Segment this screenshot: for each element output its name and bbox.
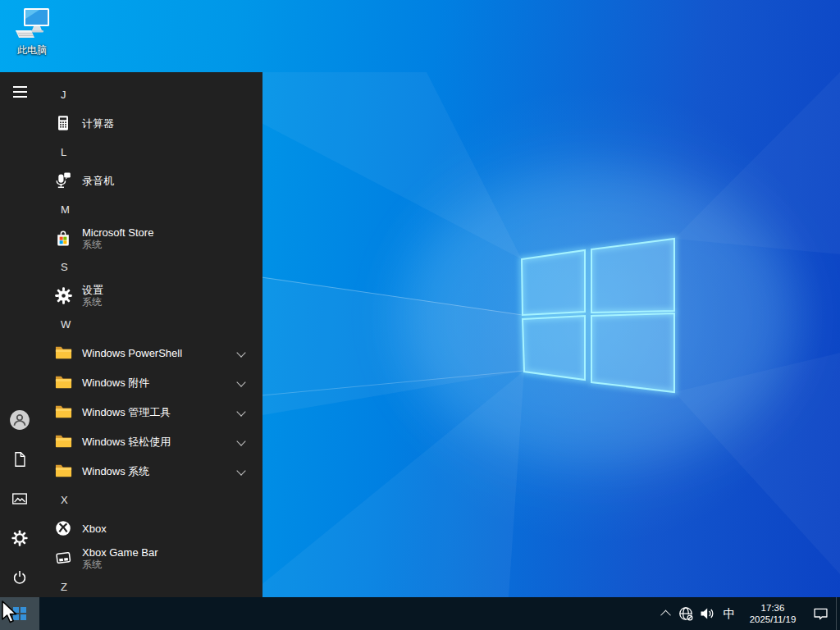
app-subtitle: 系统 bbox=[82, 296, 103, 308]
system-tray: 中 17:36 2025/11/19 bbox=[655, 597, 840, 630]
voice-recorder-icon bbox=[52, 170, 74, 191]
folder-item-windows-powershell[interactable]: Windows PowerShell bbox=[39, 338, 262, 368]
app-title: Windows 附件 bbox=[82, 377, 149, 389]
xbox-icon bbox=[52, 518, 74, 539]
section-header-x[interactable]: X bbox=[39, 486, 262, 514]
chevron-down-icon bbox=[236, 436, 245, 445]
clock-date: 2025/11/19 bbox=[750, 614, 797, 625]
section-header-l[interactable]: L bbox=[39, 138, 262, 166]
folder-icon bbox=[52, 460, 74, 482]
start-item-voice-recorder[interactable]: 录音机 bbox=[39, 166, 262, 195]
section-header-j[interactable]: J bbox=[39, 80, 262, 108]
documents-icon bbox=[11, 450, 29, 468]
app-title: Microsoft Store bbox=[82, 226, 153, 239]
show-desktop-button[interactable] bbox=[836, 597, 840, 630]
section-header-s[interactable]: S bbox=[39, 253, 262, 281]
settings-gear-icon bbox=[11, 529, 29, 547]
folder-icon bbox=[52, 342, 74, 363]
user-account-button[interactable] bbox=[0, 400, 39, 440]
start-button[interactable] bbox=[0, 597, 39, 630]
tray-show-hidden-icons-button[interactable] bbox=[655, 597, 675, 630]
chevron-down-icon bbox=[236, 348, 245, 357]
xbox-game-bar-icon bbox=[52, 547, 74, 568]
documents-button[interactable] bbox=[0, 440, 39, 479]
microsoft-store-icon bbox=[52, 227, 74, 249]
clock-time: 17:36 bbox=[761, 602, 785, 614]
folder-item-windows-accessories[interactable]: Windows 附件 bbox=[39, 368, 262, 397]
taskbar-clock[interactable]: 17:36 2025/11/19 bbox=[741, 597, 805, 630]
taskbar: 中 17:36 2025/11/19 bbox=[0, 597, 840, 630]
app-title: Windows PowerShell bbox=[82, 347, 182, 359]
app-title: 计算器 bbox=[82, 117, 114, 130]
start-item-microsoft-store[interactable]: Microsoft Store 系统 bbox=[39, 223, 262, 253]
this-pc-desktop-icon[interactable]: 此电脑 bbox=[7, 7, 57, 57]
app-title: Windows 系统 bbox=[82, 465, 149, 477]
network-status-button[interactable] bbox=[675, 597, 696, 630]
folder-item-windows-system[interactable]: Windows 系统 bbox=[39, 456, 262, 486]
volume-button[interactable] bbox=[696, 597, 718, 630]
folder-icon bbox=[52, 431, 74, 452]
settings-gear-icon bbox=[52, 285, 74, 306]
app-subtitle: 系统 bbox=[82, 559, 158, 570]
power-icon bbox=[11, 568, 29, 587]
pictures-icon bbox=[11, 490, 29, 508]
start-item-calculator[interactable]: 计算器 bbox=[39, 108, 262, 138]
folder-item-windows-admin-tools[interactable]: Windows 管理工具 bbox=[39, 397, 262, 427]
folder-icon bbox=[52, 401, 74, 422]
desktop-screen: 此电脑 bbox=[0, 0, 840, 630]
app-title: Xbox bbox=[82, 523, 107, 535]
hamburger-icon bbox=[13, 86, 27, 98]
app-subtitle: 系统 bbox=[82, 239, 153, 250]
start-item-settings[interactable]: 设置 系统 bbox=[39, 281, 262, 310]
user-icon bbox=[9, 409, 30, 431]
speaker-icon bbox=[699, 605, 715, 622]
app-title: Xbox Game Bar bbox=[82, 546, 158, 559]
expand-menu-button[interactable] bbox=[0, 72, 39, 112]
power-button[interactable] bbox=[0, 558, 39, 597]
app-title: 录音机 bbox=[82, 175, 114, 187]
folder-icon bbox=[52, 372, 74, 393]
start-menu-rail bbox=[0, 72, 39, 597]
start-menu-app-list: J 计算器 L bbox=[39, 72, 262, 597]
chevron-up-icon bbox=[660, 609, 671, 620]
computer-icon bbox=[11, 7, 52, 43]
section-header-z[interactable]: Z bbox=[39, 573, 262, 597]
section-header-w[interactable]: W bbox=[39, 310, 262, 338]
chevron-down-icon bbox=[236, 377, 245, 386]
app-title: Windows 轻松使用 bbox=[82, 436, 171, 448]
app-title: Windows 管理工具 bbox=[82, 406, 171, 418]
action-center-icon bbox=[812, 605, 829, 623]
start-menu: J 计算器 L bbox=[0, 72, 262, 597]
section-header-m[interactable]: M bbox=[39, 195, 262, 223]
windows-logo-icon bbox=[13, 607, 26, 620]
network-globe-offline-icon bbox=[678, 605, 694, 622]
calculator-icon bbox=[52, 112, 74, 134]
start-item-xbox[interactable]: Xbox bbox=[39, 514, 262, 543]
settings-button[interactable] bbox=[0, 518, 39, 558]
pictures-button[interactable] bbox=[0, 479, 39, 518]
this-pc-label: 此电脑 bbox=[17, 43, 47, 57]
ime-indicator[interactable]: 中 bbox=[718, 597, 741, 630]
chevron-down-icon bbox=[236, 407, 245, 416]
folder-item-windows-ease-of-access[interactable]: Windows 轻松使用 bbox=[39, 427, 262, 456]
start-item-xbox-game-bar[interactable]: Xbox Game Bar 系统 bbox=[39, 543, 262, 573]
app-title: 设置 bbox=[82, 284, 103, 296]
chevron-down-icon bbox=[236, 466, 245, 475]
action-center-button[interactable] bbox=[805, 597, 836, 630]
